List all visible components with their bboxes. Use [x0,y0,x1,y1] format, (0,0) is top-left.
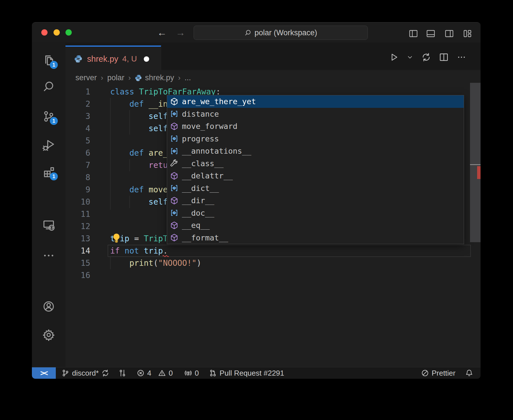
line-number: 10 [65,196,90,208]
maximize-window-button[interactable] [65,29,72,36]
code-text: self [110,196,168,208]
bell-icon [465,369,473,377]
activity-bar-item-extensions[interactable]: 1 [42,165,55,178]
activity-bar-item-remote-explorer[interactable] [42,219,55,232]
line-number: 1 [65,86,90,98]
code-text: self [110,122,168,135]
suggest-label: move_forward [182,122,237,131]
open-changes-button[interactable] [421,52,431,62]
code-line-14[interactable]: 14if not trip. [65,245,481,257]
line-number: 6 [65,147,90,159]
activity-bar-item-accounts[interactable] [42,300,55,313]
line-number: 7 [65,159,90,171]
vscode-window: ← → polar (Workspace) 111 shrek.py 4, U [32,22,481,379]
status-item-ports[interactable]: 0 [184,369,199,378]
run-button[interactable] [389,52,399,62]
status-label: discord* [72,369,99,378]
code-line-15[interactable]: 15 print("NOOOO!") [65,257,481,269]
activity-bar-item-more[interactable] [42,249,55,262]
remote-indicator[interactable]: >< [32,367,56,379]
line-number: 13 [65,232,90,245]
minimize-window-button[interactable] [54,29,60,36]
suggest-label: are_we_there_yet [182,97,256,106]
suggest-label: __format__ [182,233,228,242]
split-icon [439,52,449,62]
breadcrumb: server›polar›shrek.py›... [65,70,481,86]
suggest-item-__eq__[interactable]: __eq__ [167,219,464,232]
remote-icon: >< [40,369,47,377]
activity-bar-item-explorer[interactable]: 1 [42,54,55,67]
gear-icon [42,328,55,341]
symbol-field-icon [170,209,178,217]
command-center-search[interactable]: polar (Workspace) [194,26,368,40]
breadcrumb-item[interactable]: shrek.py [135,73,174,82]
command-center-label: polar (Workspace) [255,28,317,37]
error-icon [137,369,145,377]
breadcrumb-item[interactable]: polar [107,73,124,82]
symbol-field-icon [170,134,178,143]
symbol-field-icon [170,110,178,118]
status-item-notifications[interactable] [465,369,473,377]
customize-layout-button[interactable] [463,29,472,38]
close-window-button[interactable] [41,29,48,36]
search-icon [244,29,252,36]
suggest-label: __delattr__ [182,171,233,180]
search-icon [42,80,55,93]
activity-badge: 1 [50,172,58,180]
activity-bar-item-run-debug[interactable] [42,139,55,152]
suggest-item-__delattr__[interactable]: __delattr__ [167,170,464,182]
split-editor-button[interactable] [439,52,449,62]
suggest-item-__dict__[interactable]: __dict__ [167,182,464,195]
suggest-item-__format__[interactable]: __format__ [167,232,464,244]
suggest-item-__doc__[interactable]: __doc__ [167,207,464,219]
suggest-label: progress [182,134,219,143]
toggle-secondary-sidebar-button[interactable] [445,29,454,38]
scrollbar-slider[interactable] [470,83,481,242]
toggle-primary-sidebar-button[interactable] [409,29,418,38]
symbol-field-icon [170,184,178,192]
breadcrumb-item[interactable]: ... [184,73,191,82]
remote-explorer-icon [42,219,55,232]
tab-shrek-py[interactable]: shrek.py 4, U [65,46,161,71]
suggest-item-__dir__[interactable]: __dir__ [167,194,464,207]
suggest-item-__class__[interactable]: __class__ [167,157,464,170]
code-text: retu [110,159,168,171]
suggest-item-move_forward[interactable]: move_forward [167,120,464,133]
line-number: 4 [65,122,90,135]
line-number: 8 [65,171,90,184]
status-item-branch[interactable]: discord* [61,369,109,378]
activity-bar-item-settings[interactable] [42,328,55,341]
breadcrumb-label: shrek.py [145,73,174,82]
play-icon [389,52,399,62]
workbench-main: 111 shrek.py 4, U server›polar›shrek.py›… [32,42,481,367]
more-actions-button[interactable] [457,52,466,62]
code-text: self [110,110,168,122]
chevron-down-icon [407,54,413,61]
lightbulb-icon[interactable] [111,232,122,244]
suggest-item-progress[interactable]: progress [167,133,464,145]
breadcrumb-separator-icon: › [178,73,180,82]
suggest-item-__annotations__[interactable]: __annotations__ [167,145,464,157]
suggest-label: __eq__ [182,221,210,230]
code-editor[interactable]: 1class TripToFarFarAway:2 def __in3 self… [65,86,481,367]
navigate-back-button[interactable]: ← [157,26,167,38]
status-label: 0 [169,369,173,378]
status-item-formatter[interactable]: Prettier [421,369,455,378]
activity-bar-item-search[interactable] [42,80,55,93]
title-bar: ← → polar (Workspace) [32,22,481,42]
status-item-pull-request[interactable]: Pull Request #2291 [209,369,284,378]
run-dropdown-button[interactable] [407,54,413,61]
navigate-forward-button[interactable]: → [176,26,185,38]
suggest-item-are_we_there_yet[interactable]: are_we_there_yet [167,95,464,108]
overview-ruler-error-marker [477,166,481,179]
status-item-problems[interactable]: 40 [137,369,173,378]
breadcrumb-item[interactable]: server [75,73,97,82]
status-item-compare-changes[interactable] [118,369,126,377]
toggle-panel-button[interactable] [426,29,435,38]
activity-badge: 1 [50,61,58,69]
status-bar: >< discord*400Pull Request #2291 Prettie… [32,367,481,379]
line-number: 12 [65,220,90,232]
code-line-16[interactable]: 16 [65,269,481,281]
suggest-item-distance[interactable]: distance [167,108,464,120]
activity-bar-item-source-control[interactable]: 1 [42,110,55,123]
